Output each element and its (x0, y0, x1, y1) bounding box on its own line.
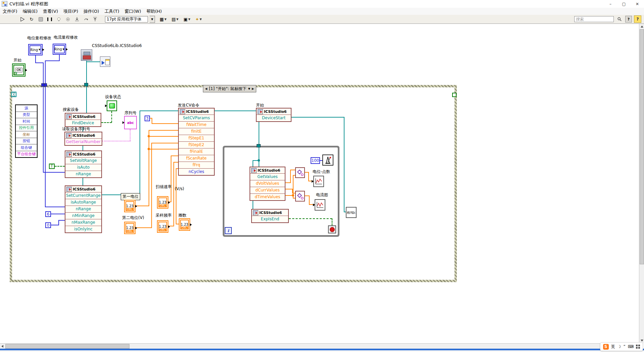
ime-menu-grid-icon[interactable] (636, 345, 640, 349)
node-method-row[interactable]: fScanRate (179, 155, 214, 162)
node-method-row[interactable]: ExpIsEnd (252, 216, 288, 222)
wire[interactable] (176, 168, 178, 169)
wire[interactable] (171, 156, 178, 156)
wire[interactable] (45, 207, 65, 207)
node-method-row[interactable]: nRange (65, 206, 101, 212)
waveform-chart-terminal-current[interactable] (315, 199, 325, 211)
wire[interactable] (308, 172, 309, 181)
invoke-node-get-values[interactable]: ICSStudio6 GetValuesdVoltValuesdCurrValu… (250, 167, 285, 201)
vertical-scrollbar[interactable] (639, 24, 644, 343)
wire[interactable] (291, 117, 344, 118)
node-method-row[interactable]: isAuto (65, 164, 101, 171)
wire[interactable] (173, 162, 174, 226)
wire[interactable] (136, 227, 152, 228)
wire[interactable] (152, 123, 178, 124)
font-selector[interactable]: 17pt 应用程序字体 (105, 16, 148, 23)
node-method-row[interactable]: dTimeValues (250, 193, 285, 200)
menu-item[interactable]: 工具(T) (102, 8, 122, 15)
search-input[interactable]: 搜索 (574, 16, 614, 22)
font-dropdown-icon[interactable]: ▼ (150, 16, 155, 23)
ok-button-terminal[interactable]: OK TF (12, 63, 25, 77)
wire[interactable] (215, 111, 256, 111)
context-help-icon[interactable]: ? (634, 15, 641, 23)
wire[interactable] (149, 130, 149, 206)
pause-button[interactable] (46, 15, 53, 23)
led-indicator-terminal[interactable] (107, 100, 117, 111)
numeric-constant-3[interactable]: 3 (145, 116, 150, 121)
wire[interactable] (290, 170, 291, 183)
wire[interactable] (86, 61, 87, 113)
node-method-row[interactable]: SetVoltRange (65, 157, 101, 164)
loop-iteration-terminal[interactable]: i (225, 227, 232, 234)
wire[interactable] (58, 220, 59, 225)
tunnel[interactable] (452, 93, 457, 97)
menu-item[interactable]: 操作(O) (81, 8, 102, 15)
wire[interactable] (285, 189, 293, 189)
reorder-dropdown[interactable]: ✦▼ (195, 15, 202, 23)
wire[interactable] (51, 225, 59, 225)
invoke-node-get-serial[interactable]: ICSStudio6 GetSerialNumber (64, 132, 102, 146)
node-method-row[interactable]: dCurrValues (250, 187, 285, 193)
wire[interactable] (151, 143, 152, 228)
dbl-terminal-scan-rate[interactable]: 1.23 DBL (157, 196, 168, 209)
invoke-node-set-volt-range[interactable]: ICSStudio6 SetVoltRangeisAutonRange (65, 150, 102, 178)
node-method-row[interactable]: fStepE2 (179, 141, 214, 148)
run-button[interactable] (19, 15, 26, 23)
tunnel[interactable] (84, 83, 88, 86)
node-method-row[interactable]: isOnlyInc (65, 226, 101, 232)
highlight-execution-icon[interactable] (55, 15, 62, 23)
invoke-node-set-current-range[interactable]: ICSStudio6 SetCurrentRangeisAutoRangenRa… (65, 185, 102, 233)
node-method-row[interactable]: GetSerialNumber (65, 138, 102, 145)
node-method-row[interactable]: FindDevice (65, 120, 101, 126)
ring-control-terminal-pot[interactable]: Ring ▼ (28, 44, 43, 55)
wire[interactable] (136, 206, 149, 206)
align-objects-dropdown[interactable]: ▦▼ (159, 15, 167, 23)
keyboard-icon[interactable]: ⌨ (628, 344, 634, 349)
wire[interactable] (290, 170, 295, 170)
node-method-row[interactable]: SetCurrentRange (65, 192, 101, 199)
close-button[interactable]: ✕ (631, 0, 644, 8)
node-method-row[interactable]: fStepE1 (179, 135, 214, 141)
wire[interactable] (332, 218, 332, 225)
menu-item[interactable]: 窗口(W) (122, 8, 144, 15)
menu-item[interactable]: 项目(P) (61, 8, 81, 15)
invoke-node-set-cv-params[interactable]: ICSStudio6 SetCVParamsfWaitTimefInitEfSt… (178, 108, 215, 176)
wire[interactable] (293, 175, 295, 176)
property-node-icon[interactable] (100, 56, 110, 67)
event-data-item[interactable]: 按钮 (16, 138, 37, 145)
wire[interactable] (87, 61, 100, 62)
wire[interactable] (102, 141, 130, 141)
wire[interactable] (171, 156, 171, 202)
run-continuous-button[interactable]: ↻ (28, 15, 35, 23)
wire[interactable] (149, 149, 178, 149)
node-method-row[interactable]: SetCVParams (179, 115, 214, 121)
case-dropdown-icon[interactable]: ▼ (248, 87, 250, 90)
wire[interactable] (293, 198, 295, 199)
wire[interactable] (51, 214, 65, 214)
wire[interactable] (176, 168, 176, 224)
wire[interactable] (35, 55, 36, 63)
node-method-row[interactable]: fFinalE (179, 148, 214, 155)
horizontal-scroll-thumb[interactable] (5, 344, 129, 349)
ring-control-terminal-cur[interactable]: Ring ▼ (53, 44, 66, 55)
node-method-row[interactable]: fFrq (179, 162, 214, 168)
step-out-icon[interactable] (91, 15, 99, 23)
event-data-item[interactable]: 控件引用 (16, 125, 37, 132)
wire[interactable] (45, 60, 46, 207)
boolean-true-constant[interactable]: T (49, 164, 55, 169)
wire[interactable] (58, 220, 65, 221)
node-method-row[interactable]: isAutoRange (65, 199, 101, 206)
horizontal-scrollbar[interactable] (0, 343, 639, 349)
node-method-row[interactable]: fInitE (179, 128, 214, 135)
menu-item[interactable]: 文件(F) (0, 8, 20, 15)
array-convert-node-icon[interactable] (295, 191, 305, 202)
close-reference-node-icon[interactable]: 相/端c (346, 207, 357, 218)
vertical-scroll-thumb[interactable] (640, 29, 644, 264)
event-data-item[interactable]: 坐标 (16, 131, 37, 138)
wire[interactable] (289, 218, 332, 219)
wait-ms-node-icon[interactable] (322, 155, 333, 166)
wire[interactable] (140, 111, 178, 111)
dbl-terminal-second-pot[interactable]: 1.23 DBL (124, 222, 136, 234)
retain-wire-values-icon[interactable] (64, 15, 71, 23)
wire[interactable] (173, 162, 178, 163)
